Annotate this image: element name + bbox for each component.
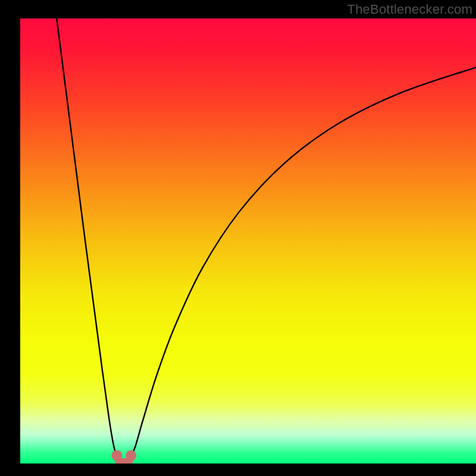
valley-marker-dot-2	[126, 450, 136, 461]
chart-background-gradient	[20, 18, 476, 464]
chart-plot-area	[20, 18, 476, 464]
watermark-text: TheBottlenecker.com	[347, 2, 472, 17]
chart-frame: TheBottlenecker.com	[0, 0, 476, 476]
valley-marker-dot-1	[111, 450, 122, 461]
